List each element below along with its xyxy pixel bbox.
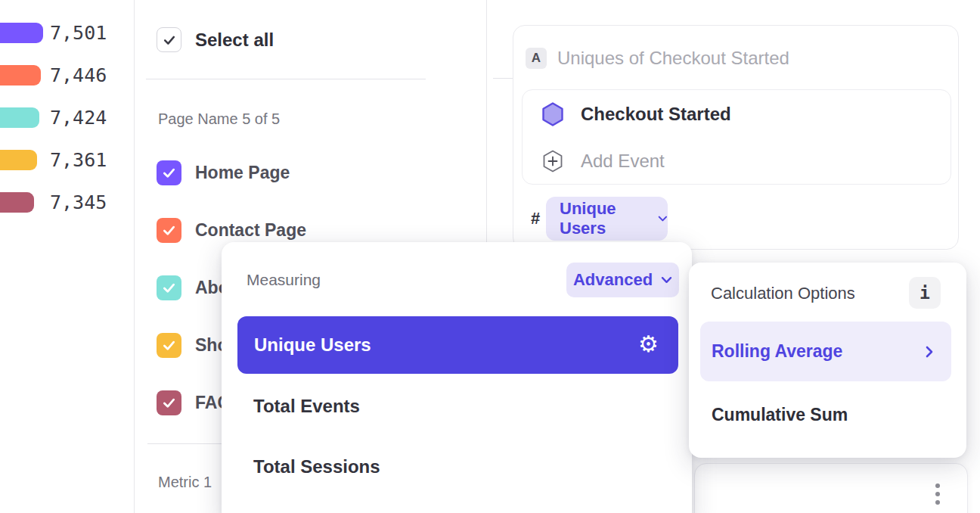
- checkmark-icon: [161, 165, 177, 181]
- bar-segment: [0, 107, 39, 128]
- advanced-dropdown-label: Advanced: [573, 270, 653, 290]
- bar-value: 7,361: [50, 150, 107, 170]
- checkmark-icon: [161, 395, 177, 411]
- event-card: Checkout Started Add Event: [522, 89, 951, 185]
- measure-prefix: #: [531, 197, 540, 241]
- select-all-label: Select all: [195, 27, 274, 52]
- menu-option-unique-users[interactable]: Unique Users ⚙: [237, 316, 678, 374]
- next-metric-card: [694, 463, 968, 513]
- measure-dropdown-value: Unique Users: [560, 199, 650, 238]
- group-label: Page Name 5 of 5: [158, 110, 280, 128]
- checkbox-shop-page[interactable]: [157, 333, 181, 358]
- menu-option-label: Total Events: [253, 396, 360, 417]
- checkbox-faq-page[interactable]: [157, 390, 181, 415]
- info-glyph: i: [920, 283, 930, 303]
- checkbox-home-page[interactable]: [157, 160, 181, 185]
- menu-option-label: Cumulative Sum: [712, 405, 848, 425]
- bar-row: 7,446: [0, 65, 107, 86]
- bar-segment: [0, 150, 37, 170]
- bar-row: 7,361: [0, 150, 107, 170]
- bar-value: 7,345: [50, 192, 107, 213]
- measuring-title: Measuring: [247, 271, 321, 289]
- menu-option-label: Rolling Average: [712, 341, 842, 362]
- info-icon[interactable]: i: [909, 277, 941, 309]
- checkbox-label: Contact Page: [195, 218, 306, 243]
- calculation-options-title: Calculation Options: [711, 284, 855, 303]
- checkmark-icon: [161, 222, 177, 238]
- bar-value: 7,501: [50, 23, 107, 43]
- checkbox-about-page[interactable]: [157, 275, 181, 300]
- panel-divider-left: [134, 0, 135, 513]
- checkbox-label: Home Page: [195, 160, 290, 185]
- calculation-options-menu: Calculation Options i Rolling Average Cu…: [689, 263, 966, 458]
- menu-option-total-sessions[interactable]: Total Sessions: [253, 448, 380, 486]
- chevron-right-icon: [926, 346, 933, 358]
- bar-value: 7,446: [50, 65, 107, 86]
- chevron-down-icon: [661, 276, 672, 284]
- add-event-icon[interactable]: [543, 150, 563, 176]
- bar-row: 7,345: [0, 192, 107, 213]
- menu-option-total-events[interactable]: Total Events: [253, 387, 360, 425]
- menu-option-label: Unique Users: [254, 334, 371, 356]
- chevron-down-icon: [658, 215, 668, 222]
- select-all-checkbox[interactable]: [157, 27, 181, 52]
- checkmark-icon: [162, 33, 177, 48]
- bar-row: 7,501: [0, 23, 107, 43]
- bar-row: 7,424: [0, 107, 107, 128]
- metric-label: Metric 1: [158, 474, 212, 491]
- advanced-dropdown[interactable]: Advanced: [566, 263, 679, 297]
- menu-option-cumulative-sum[interactable]: Cumulative Sum: [712, 396, 848, 434]
- section-divider: [146, 79, 426, 79]
- bar-segment: [0, 23, 43, 43]
- metric-title-input[interactable]: Uniques of Checkout Started: [557, 48, 789, 69]
- checkmark-icon: [161, 280, 177, 296]
- event-hexagon-icon: [542, 102, 563, 129]
- measuring-menu: Measuring Advanced Unique Users ⚙ Total …: [222, 242, 692, 513]
- kebab-menu-icon[interactable]: [935, 483, 940, 505]
- add-event-label[interactable]: Add Event: [581, 149, 665, 173]
- checkbox-contact-page[interactable]: [157, 218, 181, 243]
- bar-value: 7,424: [50, 107, 107, 128]
- menu-option-rolling-average[interactable]: Rolling Average: [700, 322, 951, 381]
- query-builder-card: A Uniques of Checkout Started Checkout S…: [513, 25, 959, 250]
- series-badge: A: [526, 48, 547, 69]
- analytics-screen: 7,501 7,446 7,424 7,361 7,345 Select all…: [0, 0, 980, 513]
- header-divider-fragment: [493, 78, 513, 79]
- menu-option-label: Total Sessions: [253, 456, 380, 477]
- checkmark-icon: [161, 337, 177, 353]
- event-name[interactable]: Checkout Started: [581, 102, 731, 126]
- measure-dropdown[interactable]: Unique Users: [546, 197, 668, 241]
- bar-segment: [0, 192, 34, 213]
- bar-segment: [0, 65, 41, 86]
- gear-icon[interactable]: ⚙: [638, 333, 659, 356]
